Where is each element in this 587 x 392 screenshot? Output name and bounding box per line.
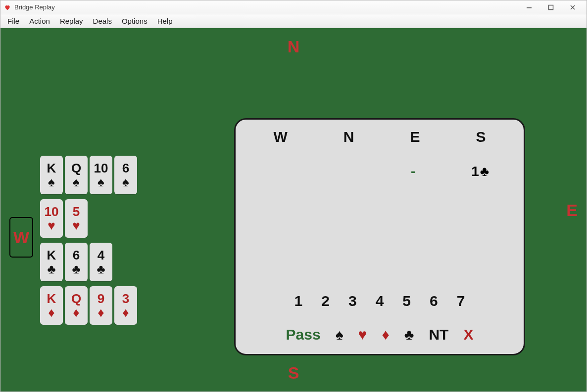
card-diamonds-9[interactable]: 9♦ [90,286,112,325]
bid-level-6[interactable]: 6 [430,293,438,309]
window-title: Bridge Replay [14,3,55,11]
suit-row-hearts: 10♥5♥ [40,199,137,238]
suit-row-spades: K♠Q♠10♠6♠ [40,156,137,194]
titlebar: Bridge Replay [0,0,587,14]
bid-level-5[interactable]: 5 [402,293,411,309]
bid-level-1[interactable]: 1 [294,293,303,309]
clubs-icon: ♣ [72,262,80,275]
compass-north: N [288,37,300,56]
card-rank: 4 [98,249,104,261]
card-rank: 3 [122,292,129,305]
bidding-row: -1♣ [245,162,514,181]
card-clubs-6[interactable]: 6♣ [65,243,88,281]
clubs-icon: ♣ [97,262,105,275]
compass-east: E [566,200,578,219]
bid-header-s: S [476,129,486,145]
card-spades-Q[interactable]: Q♠ [65,156,88,194]
bidding-box: W N E S -1♣ 1 2 3 4 5 6 7 Pass ♠ ♥ ♦ ♣ [234,118,525,355]
suit-row-clubs: K♣6♣4♣ [40,243,137,281]
card-rank: Q [71,292,81,305]
bid-double[interactable]: X [463,326,473,343]
card-spades-K[interactable]: K♠ [40,156,63,194]
card-rank: 10 [45,205,59,218]
card-rank: 9 [98,292,104,305]
menu-deals[interactable]: Deals [89,16,116,26]
card-diamonds-Q[interactable]: Q♦ [65,286,88,325]
hearts-icon: ♥ [72,219,80,232]
spades-icon: ♠ [122,175,129,188]
heart-icon[interactable]: ♥ [358,326,367,343]
diamonds-icon: ♦ [73,306,79,319]
bid-level-7[interactable]: 7 [457,293,465,309]
bidding-headers: W N E S [245,129,514,145]
card-rank: K [47,162,56,174]
bid-header-n: N [343,129,354,145]
suit-row-diamonds: K♦Q♦9♦3♦ [40,286,137,325]
card-spades-6[interactable]: 6♠ [114,156,137,194]
bidding-rows: -1♣ [245,162,514,181]
diamond-icon[interactable]: ♦ [382,326,389,343]
spades-icon: ♠ [98,175,104,188]
seat-indicator-west: W [9,217,33,258]
app-window: Bridge Replay File Action Replay Deals O… [0,0,587,392]
club-icon[interactable]: ♣ [404,326,414,343]
card-rank: K [47,292,56,305]
hearts-icon: ♥ [48,219,55,232]
card-diamonds-K[interactable]: K♦ [40,286,63,325]
spades-icon: ♠ [48,175,55,188]
menu-replay[interactable]: Replay [56,16,87,26]
card-rank: K [47,249,56,261]
card-hearts-10[interactable]: 10♥ [40,199,63,238]
card-diamonds-3[interactable]: 3♦ [114,286,137,325]
menubar: File Action Replay Deals Options Help [0,14,587,28]
bid-level-4[interactable]: 4 [376,293,384,309]
bid-call: 1♣ [471,164,489,179]
svg-rect-1 [549,5,553,9]
compass-south: S [288,363,299,383]
minimize-button[interactable] [518,1,540,14]
card-table: N S E W K♠Q♠10♠6♠10♥5♥K♣6♣4♣K♦Q♦9♦3♦ W N… [0,28,587,392]
bid-nt[interactable]: NT [429,326,448,343]
card-rank: 5 [73,205,80,218]
bid-level-3[interactable]: 3 [348,293,357,309]
spades-icon: ♠ [73,175,80,188]
diamonds-icon: ♦ [122,306,129,319]
spade-icon[interactable]: ♠ [336,326,343,343]
bid-pass[interactable]: Pass [286,326,321,343]
bid-cell-e: - [380,164,447,179]
app-heart-icon [3,3,11,11]
card-hearts-5[interactable]: 5♥ [65,199,88,238]
bid-header-e: E [410,129,420,145]
bid-header-w: W [273,129,287,145]
menu-options[interactable]: Options [118,16,151,26]
bid-cell-s: 1♣ [447,164,514,179]
close-button[interactable] [562,1,584,14]
card-clubs-4[interactable]: 4♣ [90,243,112,281]
west-hand: K♠Q♠10♠6♠10♥5♥K♣6♣4♣K♦Q♦9♦3♦ [40,156,137,325]
bid-level-2[interactable]: 2 [321,293,330,309]
menu-help[interactable]: Help [153,16,177,26]
card-rank: Q [71,162,81,174]
card-rank: 6 [73,249,80,261]
diamonds-icon: ♦ [48,306,54,319]
card-rank: 6 [122,162,129,174]
bid-level-row: 1 2 3 4 5 6 7 [236,293,524,309]
card-rank: 10 [94,162,108,174]
card-spades-10[interactable]: 10♠ [90,156,112,194]
menu-file[interactable]: File [3,16,23,26]
diamonds-icon: ♦ [98,306,104,319]
bid-strain-row: Pass ♠ ♥ ♦ ♣ NT X [236,326,524,343]
svg-rect-0 [527,7,532,8]
maximize-button[interactable] [540,1,562,14]
clubs-icon: ♣ [47,262,55,275]
menu-action[interactable]: Action [25,16,54,26]
card-clubs-K[interactable]: K♣ [40,243,63,281]
